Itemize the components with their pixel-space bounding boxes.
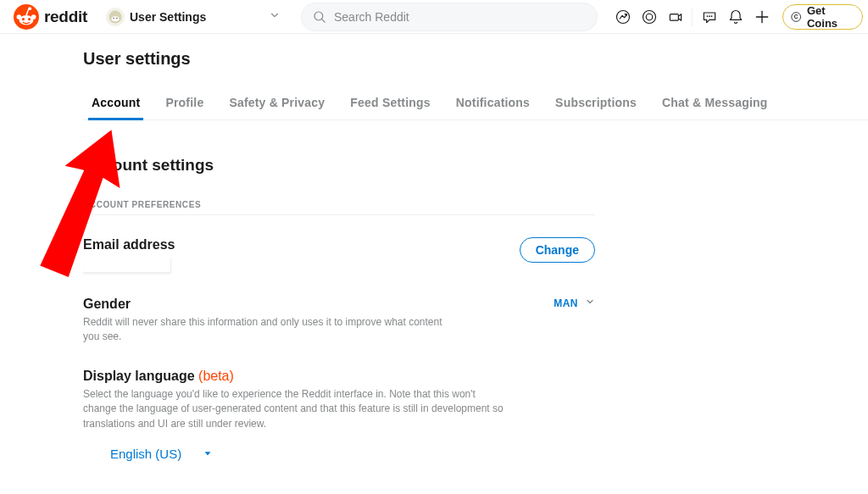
gender-value: MAN xyxy=(554,297,578,309)
nav-dropdown-label: User Settings xyxy=(130,10,206,24)
row-display-language: Display language (beta) Select the langu… xyxy=(83,369,595,462)
tab-chat-messaging[interactable]: Chat & Messaging xyxy=(662,86,768,119)
header-separator xyxy=(692,8,693,26)
language-value: English (US) xyxy=(110,447,181,461)
row-gender: Gender Reddit will never share this info… xyxy=(83,297,595,345)
gender-select[interactable]: MAN xyxy=(554,297,595,309)
nav-dropdown[interactable]: User Settings xyxy=(101,3,287,31)
reddit-logo[interactable]: reddit xyxy=(14,4,87,30)
caret-down-icon xyxy=(203,449,212,458)
svg-point-18 xyxy=(709,15,710,17)
language-desc: Select the language you'd like to experi… xyxy=(83,387,507,431)
svg-point-10 xyxy=(116,17,118,19)
gender-label: Gender xyxy=(83,297,448,312)
header-actions: C Get Coins xyxy=(611,4,863,30)
chat-icon[interactable] xyxy=(698,4,721,30)
tab-subscriptions[interactable]: Subscriptions xyxy=(555,86,637,119)
svg-point-19 xyxy=(710,15,712,17)
tab-feed-settings[interactable]: Feed Settings xyxy=(350,86,430,119)
email-value-redacted xyxy=(83,258,171,273)
chevron-down-icon xyxy=(269,9,281,25)
svg-point-3 xyxy=(31,14,36,19)
svg-point-6 xyxy=(28,7,31,10)
svg-point-9 xyxy=(113,17,114,19)
language-label: Display language (beta) xyxy=(83,369,507,384)
search-icon xyxy=(312,9,327,25)
svg-point-2 xyxy=(17,14,22,19)
svg-point-14 xyxy=(643,10,655,23)
row-email: Email address Change xyxy=(83,237,595,273)
shield-icon[interactable] xyxy=(664,4,687,30)
beta-tag: (beta) xyxy=(198,369,234,383)
svg-point-8 xyxy=(111,16,119,21)
svg-rect-16 xyxy=(670,14,678,20)
chevron-down-icon xyxy=(585,297,595,309)
svg-line-12 xyxy=(321,19,325,22)
popular-icon[interactable] xyxy=(611,4,634,30)
reddit-wordmark: reddit xyxy=(44,8,87,26)
svg-point-13 xyxy=(616,10,629,23)
create-post-icon[interactable] xyxy=(751,4,774,30)
snoo-icon xyxy=(14,4,39,30)
notifications-icon[interactable] xyxy=(724,4,747,30)
coin-icon: C xyxy=(790,10,802,24)
app-header: reddit User Settings xyxy=(0,0,868,34)
tab-notifications[interactable]: Notifications xyxy=(456,86,530,119)
search-input[interactable] xyxy=(334,10,587,24)
gender-desc: Reddit will never share this information… xyxy=(83,315,448,345)
get-coins-button[interactable]: C Get Coins xyxy=(782,4,863,30)
tab-profile[interactable]: Profile xyxy=(165,86,203,119)
section-title: Account settings xyxy=(83,156,595,175)
email-label: Email address xyxy=(83,237,175,253)
get-coins-label: Get Coins xyxy=(807,4,854,30)
tab-safety-privacy[interactable]: Safety & Privacy xyxy=(229,86,325,119)
change-email-button[interactable]: Change xyxy=(520,237,595,263)
svg-text:C: C xyxy=(793,14,798,19)
settings-content: Account settings ACCOUNT PREFERENCES Ema… xyxy=(83,156,595,494)
svg-point-5 xyxy=(28,18,31,20)
svg-point-4 xyxy=(22,18,25,20)
language-select[interactable]: English (US) xyxy=(110,447,212,461)
coin-balance-icon[interactable] xyxy=(637,4,660,30)
svg-point-17 xyxy=(706,15,708,17)
snoo-avatar-icon xyxy=(106,8,125,26)
settings-tabs: Account Profile Safety & Privacy Feed Se… xyxy=(83,86,868,120)
svg-point-15 xyxy=(646,14,653,20)
page-title: User settings xyxy=(83,49,868,69)
search-bar[interactable] xyxy=(301,3,598,31)
account-preferences-heading: ACCOUNT PREFERENCES xyxy=(83,200,595,215)
tab-account[interactable]: Account xyxy=(92,86,140,119)
